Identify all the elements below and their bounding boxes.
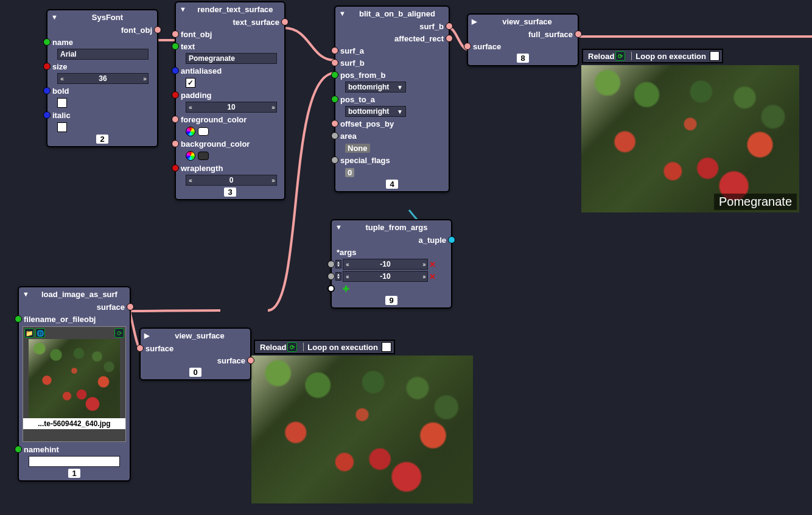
bg-swatch[interactable] [198, 152, 209, 160]
port-in-surf-a[interactable] [331, 47, 338, 54]
field-label: italic [50, 111, 73, 120]
node-header[interactable]: ▶ view_surface [141, 329, 250, 342]
port-out-rect[interactable] [446, 35, 453, 42]
port-in-arg1[interactable] [327, 261, 335, 268]
field-label: antialiased [178, 66, 224, 75]
refresh-icon[interactable]: ⟳ [114, 328, 124, 338]
port-in-posto[interactable] [331, 96, 338, 103]
port-in-filename[interactable] [15, 315, 22, 323]
port-in-wrap[interactable] [172, 164, 179, 172]
port-in-text[interactable] [172, 43, 179, 50]
loop-checkbox[interactable] [382, 342, 391, 352]
output-label: surface [94, 303, 127, 312]
port-in-bg[interactable] [172, 140, 179, 147]
port-out-text-surface[interactable] [281, 18, 289, 26]
node-header[interactable]: ▼ render_text_surface [176, 2, 284, 16]
field-label: special_flags [338, 156, 393, 165]
color-picker-icon[interactable] [186, 151, 195, 161]
node-render-text-surface[interactable]: ▼ render_text_surface text_surface font_… [175, 1, 285, 200]
node-id-badge: 1 [19, 468, 130, 480]
output-label: text_surface [230, 18, 282, 27]
namehint-input[interactable] [29, 456, 120, 467]
node-sysfont[interactable]: ▼ SysFont font_obj name Arial size ‹‹‹36… [46, 9, 158, 147]
refresh-icon[interactable]: ⟳ [615, 51, 625, 61]
reload-button[interactable]: Reload ⟳ [586, 51, 628, 61]
port-in-area[interactable] [331, 132, 338, 139]
aa-checkbox[interactable]: ✓ [186, 78, 195, 88]
collapse-icon[interactable]: ▼ [51, 13, 58, 21]
port-in-aa[interactable] [172, 67, 179, 74]
collapse-icon[interactable]: ▼ [335, 223, 342, 231]
output-label: surf_b [417, 22, 446, 31]
port-in-font-obj[interactable] [172, 30, 179, 38]
posfrom-dropdown[interactable]: bottomright▼ [345, 82, 406, 93]
port-in-surface[interactable] [136, 345, 144, 352]
node-blit-aligned[interactable]: ▼ blit_a_on_b_aligned surf_b affected_re… [334, 5, 450, 192]
bold-checkbox[interactable] [57, 98, 67, 108]
port-out-font-obj[interactable] [154, 26, 161, 33]
wrap-input[interactable]: ‹‹‹0››› [186, 175, 277, 186]
node-header[interactable]: ▼ blit_a_on_b_aligned [335, 7, 449, 20]
padding-input[interactable]: ‹‹‹10››› [186, 102, 277, 113]
size-input[interactable]: ‹‹‹36››› [57, 73, 149, 84]
port-in-flags[interactable] [331, 156, 338, 164]
port-out-surface[interactable] [127, 303, 134, 310]
field-label: surface [471, 42, 503, 51]
color-picker-icon[interactable] [186, 127, 195, 136]
node-header[interactable]: ▼ SysFont [47, 10, 157, 24]
image-text-overlay: Pomegranate [714, 194, 797, 210]
port-out-tuple[interactable] [448, 236, 455, 243]
remove-icon[interactable]: ✕ [429, 272, 436, 281]
arg1-input[interactable]: ‹‹‹-10››› [343, 259, 428, 270]
reorder-icon[interactable]: ▲▼ [335, 260, 341, 268]
port-in-padding[interactable] [172, 91, 179, 99]
node-view-surface-8[interactable]: ▶ view_surface full_surface surface 8 [467, 13, 579, 66]
node-header[interactable]: ▼ tuple_from_args [332, 220, 451, 234]
node-load-image[interactable]: ▼ load_image_as_surf surface filename_or… [18, 286, 131, 482]
refresh-icon[interactable]: ⟳ [287, 342, 297, 352]
collapse-icon[interactable]: ▼ [23, 290, 29, 298]
remove-icon[interactable]: ✕ [429, 260, 436, 269]
name-input[interactable]: Arial [57, 49, 149, 60]
port-out-full-surface[interactable] [575, 30, 582, 38]
node-tuple-from-args[interactable]: ▼ tuple_from_args a_tuple *args ▲▼ ‹‹‹-1… [331, 219, 452, 309]
port-in-namehint[interactable] [15, 446, 22, 453]
text-input[interactable]: Pomegranate [186, 53, 277, 64]
arg2-input[interactable]: ‹‹‹-10››› [343, 271, 428, 282]
port-in-add[interactable] [327, 285, 335, 292]
globe-icon[interactable]: 🌐 [35, 328, 45, 338]
node-view-surface-0[interactable]: ▶ view_surface surface surface 0 [139, 328, 251, 380]
italic-checkbox[interactable] [57, 122, 67, 132]
expand-icon[interactable]: ▶ [472, 18, 477, 26]
fg-swatch[interactable] [198, 127, 209, 136]
port-in-bold[interactable] [43, 87, 51, 94]
port-in-offset[interactable] [331, 120, 338, 127]
port-out-surf-b[interactable] [446, 23, 453, 30]
collapse-icon[interactable]: ▼ [180, 5, 186, 13]
node-header[interactable]: ▼ load_image_as_surf [19, 287, 130, 301]
port-in-size[interactable] [43, 63, 51, 70]
node-header[interactable]: ▶ view_surface [468, 15, 578, 28]
port-in-name[interactable] [43, 38, 51, 46]
loop-checkbox[interactable] [710, 51, 719, 61]
flags-value[interactable]: 0 [345, 168, 354, 177]
reload-button[interactable]: Reload ⟳ [257, 342, 299, 352]
reorder-icon[interactable]: ▲▼ [335, 272, 341, 281]
collapse-icon[interactable]: ▼ [339, 10, 346, 17]
port-in-surf-b[interactable] [331, 59, 338, 66]
port-out-surface[interactable] [247, 357, 254, 364]
posto-dropdown[interactable]: bottomright▼ [345, 106, 406, 117]
port-in-italic[interactable] [43, 111, 51, 119]
port-in-surface[interactable] [464, 43, 471, 50]
field-label: size [50, 62, 70, 71]
area-value[interactable]: None [345, 144, 370, 153]
output-label: full_surface [526, 30, 575, 39]
add-arg-icon[interactable]: ✚ [335, 284, 349, 293]
expand-icon[interactable]: ▶ [144, 332, 149, 340]
port-in-posfrom[interactable] [331, 71, 338, 79]
port-in-arg2[interactable] [327, 273, 335, 280]
field-label: background_color [178, 139, 252, 149]
port-in-fg[interactable] [172, 116, 179, 123]
folder-icon[interactable]: 📁 [24, 328, 34, 338]
image-preview[interactable]: 📁 🌐 ⟳ ...te-5609442_640.jpg [23, 326, 126, 442]
